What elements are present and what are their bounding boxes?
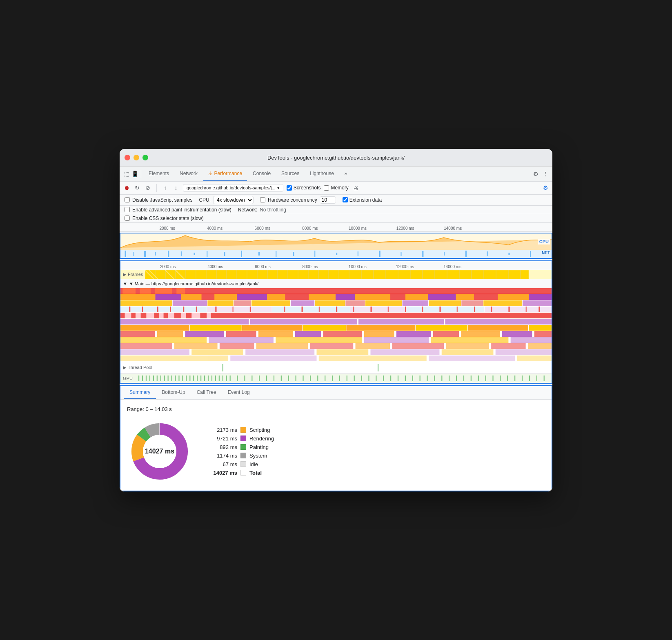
donut-chart: 14027 ms <box>127 419 192 484</box>
advanced-paint-label[interactable]: Enable advanced paint instrumentation (s… <box>125 207 231 213</box>
flame-tick-12000: 12000 ms <box>396 264 414 269</box>
gpu-label: GPU <box>123 376 135 381</box>
svg-rect-192 <box>370 349 439 355</box>
svg-rect-75 <box>202 294 215 300</box>
extension-data-checkbox[interactable] <box>343 197 348 202</box>
thread-pool-triangle[interactable]: ▶ <box>123 365 126 370</box>
settings-gear-icon[interactable]: ⚙ <box>542 184 549 191</box>
settings-icon[interactable]: ⚙ <box>532 170 539 178</box>
svg-rect-262 <box>500 376 501 381</box>
tab-network[interactable]: Network <box>175 167 202 181</box>
dropdown-icon[interactable]: ▾ <box>277 185 280 191</box>
extension-data-label[interactable]: Extension data <box>343 197 382 203</box>
svg-rect-205 <box>157 376 158 381</box>
disable-js-label[interactable]: Disable JavaScript samples <box>125 197 192 203</box>
device-toggle-icon[interactable]: 📱 <box>131 170 138 178</box>
tab-console[interactable]: Console <box>248 167 276 181</box>
svg-rect-81 <box>336 294 355 300</box>
tab-event-log[interactable]: Event Log <box>222 386 256 399</box>
tick-12000: 12000 ms <box>396 226 414 231</box>
tab-call-tree[interactable]: Call Tree <box>191 386 222 399</box>
svg-rect-242 <box>354 376 355 381</box>
flame-area[interactable]: 2000 ms 4000 ms 6000 ms 8000 ms 10000 ms… <box>120 260 552 384</box>
memory-checkbox[interactable] <box>324 185 329 191</box>
svg-rect-90 <box>120 300 172 306</box>
svg-rect-229 <box>259 376 260 381</box>
system-swatch <box>240 453 246 458</box>
advanced-paint-checkbox[interactable] <box>125 207 130 212</box>
tick-6000: 6000 ms <box>255 226 270 231</box>
record-icon[interactable]: ⏺ <box>123 184 130 191</box>
thread-pool-row[interactable]: ▶ Thread Pool <box>120 362 552 374</box>
svg-rect-14 <box>293 252 294 256</box>
svg-rect-185 <box>446 343 489 349</box>
tab-sources[interactable]: Sources <box>276 167 304 181</box>
svg-rect-120 <box>302 307 303 312</box>
svg-rect-119 <box>284 307 285 312</box>
tab-bottom-up[interactable]: Bottom-Up <box>156 386 191 399</box>
css-selector-checkbox[interactable] <box>125 216 130 221</box>
frames-triangle[interactable]: ▶ <box>123 272 126 277</box>
svg-rect-249 <box>405 376 406 381</box>
svg-rect-162 <box>226 331 256 337</box>
svg-rect-222 <box>219 376 220 381</box>
clear-icon[interactable]: ⊘ <box>144 184 151 191</box>
tab-summary[interactable]: Summary <box>124 386 156 399</box>
svg-rect-5 <box>155 252 156 256</box>
flame-tick-4000: 4000 ms <box>207 264 223 269</box>
minimize-button[interactable] <box>134 155 139 160</box>
svg-rect-151 <box>120 325 189 331</box>
legend-idle: 67 ms Idle <box>209 460 274 469</box>
svg-rect-152 <box>190 325 242 331</box>
net-label-badge: NET <box>542 251 550 255</box>
svg-rect-153 <box>242 325 303 331</box>
hardware-concurrency-input[interactable] <box>320 196 336 204</box>
svg-rect-267 <box>536 376 537 381</box>
svg-rect-254 <box>441 376 442 381</box>
svg-rect-72 <box>120 294 155 300</box>
upload-icon[interactable]: ↑ <box>162 184 169 191</box>
tick-8000: 8000 ms <box>302 226 318 231</box>
reload-icon[interactable]: ↻ <box>134 184 141 191</box>
frames-row[interactable]: ▶ Frames <box>120 270 552 279</box>
cpu-track[interactable]: CPU <box>120 233 552 250</box>
net-track[interactable]: NET <box>120 250 552 258</box>
svg-rect-106 <box>272 307 350 312</box>
network-label: Network: <box>238 207 257 213</box>
main-triangle[interactable]: ▼ <box>123 281 127 286</box>
memory-icon[interactable]: 🖨 <box>352 184 359 191</box>
tab-elements[interactable]: Elements <box>144 167 174 181</box>
more-options-icon[interactable]: ⋮ <box>542 170 549 178</box>
flame-tick-6000: 6000 ms <box>255 264 270 269</box>
svg-rect-265 <box>522 376 523 381</box>
flame-chart[interactable] <box>120 288 552 362</box>
inspector-icon[interactable]: ⬚ <box>123 170 130 178</box>
tab-lighthouse[interactable]: Lighthouse <box>305 167 339 181</box>
overview-tracks[interactable]: CPU <box>120 233 552 259</box>
screenshots-checkbox[interactable] <box>287 185 292 191</box>
cpu-label-badge: CPU <box>538 239 550 244</box>
painting-ms: 892 ms <box>209 444 237 450</box>
svg-rect-166 <box>364 331 394 337</box>
close-button[interactable] <box>125 155 130 160</box>
svg-rect-17 <box>358 251 358 256</box>
svg-rect-194 <box>496 349 552 355</box>
css-selector-label[interactable]: Enable CSS selector stats (slow) <box>125 216 204 221</box>
tab-more[interactable]: » <box>340 167 352 181</box>
url-bar[interactable]: googlechrome.github.io/devtools-samples/… <box>183 184 283 192</box>
gpu-row[interactable]: GPU <box>120 374 552 383</box>
devtools-window: DevTools - googlechrome.github.io/devtoo… <box>120 149 552 491</box>
svg-rect-123 <box>353 307 354 312</box>
svg-rect-227 <box>244 376 245 381</box>
svg-rect-146 <box>358 319 445 324</box>
svg-rect-186 <box>491 343 525 349</box>
svg-rect-225 <box>230 376 231 381</box>
tab-performance[interactable]: ⚠ Performance <box>203 167 247 181</box>
system-ms: 1174 ms <box>209 453 237 459</box>
download-icon[interactable]: ↓ <box>172 184 180 191</box>
maximize-button[interactable] <box>142 155 148 160</box>
disable-js-checkbox[interactable] <box>125 197 130 202</box>
cpu-select[interactable]: 4x slowdown <box>213 196 254 204</box>
hardware-concurrency-checkbox[interactable] <box>260 197 265 202</box>
svg-rect-98 <box>365 300 402 306</box>
